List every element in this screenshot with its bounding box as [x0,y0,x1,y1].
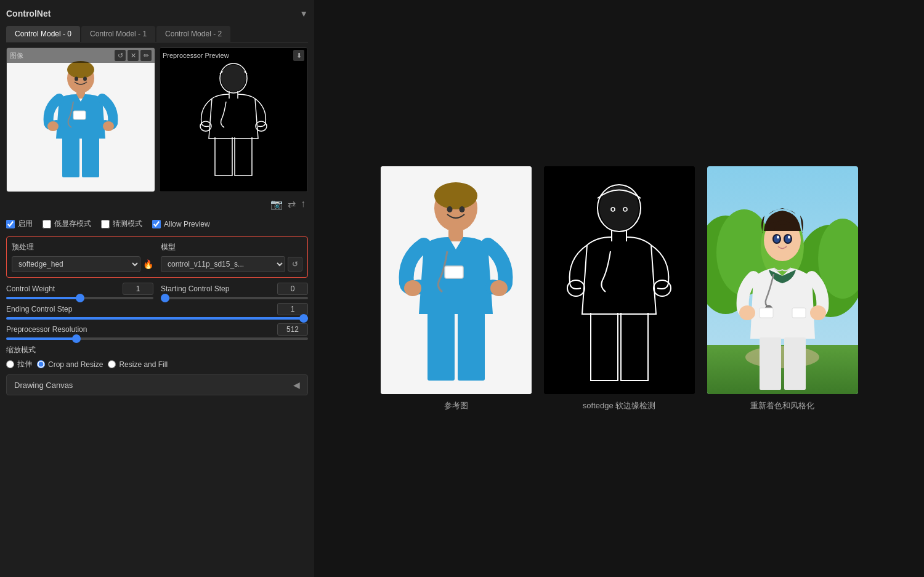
ending-step-label: Ending Control Step [6,305,72,313]
source-image-header: 图像 ↺ ✕ ✏ [7,48,155,63]
preproc-col: 预处理 [12,242,153,252]
preproc-select-col: softedge_hed 🔥 [12,256,153,272]
svg-rect-27 [458,313,485,381]
preview-checkbox[interactable] [152,220,161,228]
result-caption-1: 参考图 [444,400,468,411]
starting-step-value: 0 [277,283,308,295]
preview-image-content [160,48,307,192]
upload-icon[interactable]: ↑ [301,198,306,210]
svg-point-45 [810,305,826,320]
scale-crop-option: Crop and Resize [37,359,103,369]
preproc-section: 预处理 模型 softedge_hed 🔥 control_v11p_sd15_… [6,236,308,278]
ending-step-slider[interactable] [6,317,308,320]
scale-fill-radio[interactable] [108,360,116,368]
fire-icon: 🔥 [143,259,153,269]
svg-rect-55 [792,308,806,318]
preproc-res-row: Preprocessor Resolution 512 [6,323,308,340]
scale-stretch-radio[interactable] [6,360,14,368]
control-weight-slider[interactable] [6,297,153,299]
scale-fill-label: Resize and Fill [119,360,168,369]
ending-step-header: Ending Control Step 1 [6,303,308,315]
scale-crop-radio[interactable] [37,360,45,368]
model-label: 模型 [161,242,302,252]
svg-point-21 [447,206,452,212]
source-image-content [7,48,155,192]
source-edit-btn[interactable]: ✏ [140,50,152,61]
swap-icon[interactable]: ⇄ [288,198,296,210]
panel-header: ControlNet ▼ [6,6,308,21]
source-image-label: 图像 [10,51,23,60]
enable-checkbox[interactable] [6,220,15,228]
lowmem-label: 低显存模式 [54,219,91,229]
svg-rect-23 [448,230,463,241]
guess-checkbox[interactable] [101,220,110,228]
preview-download-btn[interactable]: ⬇ [293,50,304,61]
right-panel: 参考图 [314,0,924,577]
result-caption-2: softedge 软边缘检测 [583,400,656,411]
result-col-3: 重新着色和风格化 [707,166,858,411]
preproc-select-row: softedge_hed 🔥 [12,256,153,272]
svg-point-25 [490,280,508,296]
result-caption-3: 重新着色和风格化 [750,400,814,411]
checkbox-row: 启用 低显存模式 猜测模式 Allow Preview [6,216,308,232]
svg-point-24 [404,280,421,296]
source-close-btn[interactable]: ✕ [128,50,139,61]
guess-checkbox-item: 猜测模式 [101,219,142,229]
guess-label: 猜测模式 [113,219,142,229]
model-select[interactable]: control_v11p_sd15_s... [161,256,285,272]
starting-step-slider[interactable] [161,297,308,299]
preproc-controls-row: softedge_hed 🔥 control_v11p_sd15_s... ↺ [12,256,302,272]
svg-rect-28 [445,266,463,278]
enable-checkbox-item: 启用 [6,219,33,229]
svg-point-2 [67,61,94,78]
svg-rect-8 [62,137,79,177]
source-refresh-btn[interactable]: ↺ [115,50,126,61]
scale-options: 拉伸 Crop and Resize Resize and Fill [6,359,308,369]
panel-collapse-icon[interactable]: ▼ [299,9,308,18]
svg-rect-54 [760,308,773,318]
scale-stretch-label: 拉伸 [17,359,32,369]
left-panel: ControlNet ▼ Control Model - 0 Control M… [0,0,314,577]
starting-step-row: Starting Control Step 0 [161,283,308,299]
preview-image-header: Preprocessor Preview ⬇ [160,48,307,63]
control-weight-label: Control Weight [6,284,55,293]
model-refresh-btn[interactable]: ↺ [288,257,302,272]
svg-rect-10 [73,111,86,119]
lowmem-checkbox[interactable] [43,220,51,228]
svg-point-22 [459,206,464,212]
scale-label: 缩放模式 [6,345,308,355]
tab-control-model-2[interactable]: Control Model - 2 [156,26,230,42]
svg-point-43 [745,346,819,368]
result-image-1 [381,166,532,394]
preview-checkbox-item: Allow Preview [152,220,210,228]
result-col-2: softedge 软边缘检测 [544,166,695,411]
svg-rect-57 [784,337,806,390]
preproc-res-header: Preprocessor Resolution 512 [6,323,308,336]
lowmem-checkbox-item: 低显存模式 [43,219,91,229]
svg-point-6 [47,121,59,131]
two-col-sliders: Control Weight 1 Starting Control Step 0 [6,283,308,299]
preview-image-controls: ⬇ [293,50,304,61]
slider-section: Control Weight 1 Starting Control Step 0… [6,283,308,340]
scale-stretch-option: 拉伸 [6,359,32,369]
tab-control-model-0[interactable]: Control Model - 0 [6,26,80,42]
drawing-canvas-bar[interactable]: Drawing Canvas ◀ [6,374,308,395]
result-col-1: 参考图 [381,166,532,411]
result-image-2 [544,166,695,394]
tab-control-model-1[interactable]: Control Model - 1 [81,26,155,42]
scale-fill-option: Resize and Fill [108,359,168,369]
panel-title: ControlNet [6,9,51,18]
toolbar-row: 📷 ⇄ ↑ [6,197,308,211]
result-images: 参考图 [381,166,858,411]
camera-icon[interactable]: 📷 [270,198,283,210]
preview-image-label: Preprocessor Preview [163,52,229,59]
scale-section: 缩放模式 拉伸 Crop and Resize Resize and Fill [6,345,308,369]
preproc-res-slider[interactable] [6,337,308,340]
control-weight-header: Control Weight 1 [6,283,153,295]
source-image-controls: ↺ ✕ ✏ [115,50,152,61]
svg-rect-56 [760,337,781,390]
model-select-row: control_v11p_sd15_s... ↺ [161,256,302,272]
drawing-canvas-label: Drawing Canvas [14,381,73,390]
model-col: 模型 [161,242,302,252]
preproc-select[interactable]: softedge_hed [12,256,140,272]
